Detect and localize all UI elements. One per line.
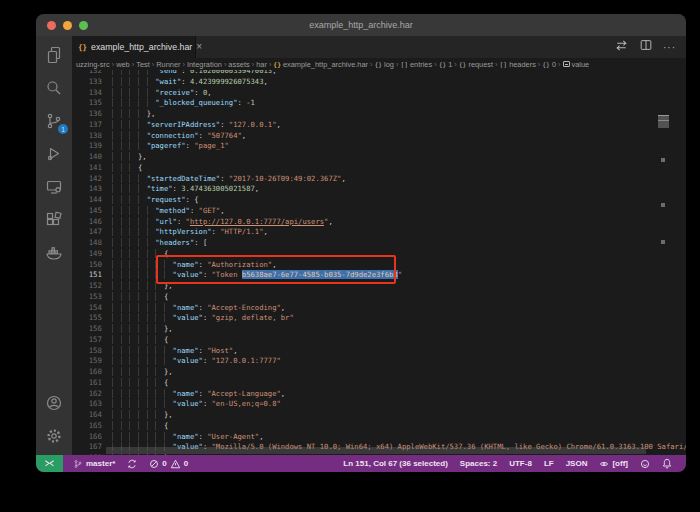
code-line[interactable]: 142 "startedDateTime": "2017-10-26T09:49… <box>72 174 686 185</box>
breadcrumb-item[interactable]: {}0 <box>542 60 556 69</box>
code-line[interactable]: 148 "headers": [ <box>72 238 686 249</box>
breadcrumb-item[interactable]: {}example_http_archive.har <box>273 60 368 69</box>
object-symbol-icon: {} <box>439 61 447 68</box>
breadcrumb-item[interactable]: {}request <box>459 60 493 69</box>
more-actions-icon[interactable]: ··· <box>663 42 676 53</box>
code-line[interactable]: 137 "serverIPAddress": "127.0.0.1", <box>72 120 686 131</box>
feedback-icon[interactable] <box>640 459 650 469</box>
breadcrumb-item[interactable]: []headers <box>500 60 536 69</box>
problems-status[interactable]: 0 0 <box>149 459 188 469</box>
split-editor-icon[interactable] <box>639 38 653 56</box>
breadcrumb-label: uzzing-src <box>76 60 110 69</box>
code-line[interactable]: 143 "time": 3.474363005021587, <box>72 184 686 195</box>
run-debug-icon[interactable] <box>43 143 65 165</box>
url-link[interactable]: http://127.0.0.1:7777/api/users <box>190 217 324 226</box>
title-bar[interactable]: example_http_archive.har <box>36 14 686 36</box>
breadcrumb-label: har <box>256 60 267 69</box>
traffic-lights <box>36 21 88 30</box>
breadcrumb-item[interactable]: assets <box>228 60 249 69</box>
breadcrumb-item[interactable]: Runner <box>156 60 180 69</box>
indentation-status[interactable]: Spaces: 2 <box>460 459 497 468</box>
extensions-icon[interactable] <box>43 209 65 231</box>
line-content: "pageref": "page_1" <box>112 141 229 152</box>
code-line[interactable]: 140 }, <box>72 152 686 163</box>
remote-indicator[interactable] <box>36 455 63 472</box>
git-branch-icon <box>73 459 83 469</box>
code-line[interactable]: 155 "value": "gzip, deflate, br" <box>72 313 686 324</box>
encoding-status[interactable]: UTF-8 <box>509 459 532 468</box>
code-line[interactable]: 147 "httpVersion": "HTTP/1.1", <box>72 227 686 238</box>
array-symbol-icon: [] <box>400 61 408 68</box>
code-line[interactable]: 161 { <box>72 378 686 389</box>
explorer-icon[interactable] <box>43 44 65 66</box>
vertical-scrollbar-thumb[interactable] <box>658 115 669 128</box>
code-line[interactable]: 145 "method": "GET", <box>72 206 686 217</box>
breadcrumb-item[interactable]: uzzing-src <box>76 60 110 69</box>
code-line[interactable]: 153 { <box>72 292 686 303</box>
code-line[interactable]: 156 }, <box>72 324 686 335</box>
line-content: "receive": 0, <box>112 88 212 99</box>
code-line[interactable]: 138 "connection": "507764", <box>72 131 686 142</box>
tab-close-icon[interactable]: × <box>196 42 202 52</box>
line-number: 133 <box>72 77 106 88</box>
code-line[interactable]: 144 "request": { <box>72 195 686 206</box>
breadcrumb-item[interactable]: web <box>116 60 130 69</box>
code-line[interactable]: 158 "name": "Host", <box>72 346 686 357</box>
account-icon[interactable] <box>43 392 65 414</box>
remote-explorer-icon[interactable] <box>43 176 65 198</box>
code-line[interactable]: 146 "url": "http://127.0.0.1:7777/api/us… <box>72 217 686 228</box>
code-line[interactable]: 135 "_blocked_queueing": -1 <box>72 98 686 109</box>
tab-example-http-archive[interactable]: {} example_http_archive.har × <box>72 36 196 58</box>
code-line[interactable]: 154 "name": "Accept-Encoding", <box>72 303 686 314</box>
code-line[interactable]: 133 "wait": 4.423999926075343, <box>72 77 686 88</box>
line-number: 165 <box>72 421 106 432</box>
screencast-status[interactable]: [off] <box>599 459 628 469</box>
breadcrumb-item[interactable]: Integration <box>187 60 222 69</box>
breadcrumb-item[interactable]: {}1 <box>439 60 453 69</box>
settings-gear-icon[interactable] <box>43 425 65 447</box>
notifications-bell-icon[interactable] <box>662 458 672 469</box>
docker-icon[interactable] <box>43 242 65 264</box>
eol-status[interactable]: LF <box>544 459 554 468</box>
code-line[interactable]: 162 "name": "Accept-Language", <box>72 389 686 400</box>
close-window-button[interactable] <box>47 21 56 30</box>
open-changes-icon[interactable] <box>614 38 629 57</box>
editor-viewport[interactable]: 132 "send": 0.10200000359470013,133 "wai… <box>72 70 686 455</box>
object-symbol-icon: {} <box>374 61 382 68</box>
object-symbol-icon: {} <box>542 61 550 68</box>
breadcrumb-item[interactable]: value <box>563 60 590 69</box>
breadcrumb-label: Runner <box>156 60 180 69</box>
sync-status[interactable] <box>127 459 137 469</box>
object-symbol-icon: {} <box>459 61 467 68</box>
code-line[interactable]: 165 { <box>72 421 686 432</box>
code-line[interactable]: 139 "pageref": "page_1" <box>72 141 686 152</box>
code-line[interactable]: 136 }, <box>72 109 686 120</box>
search-icon[interactable] <box>43 77 65 99</box>
code-line[interactable]: 163 "value": "en-US,en;q=0.8" <box>72 399 686 410</box>
vscode-window: example_http_archive.har 1 <box>36 14 686 472</box>
code-line[interactable]: 157 { <box>72 335 686 346</box>
code-line[interactable]: 134 "receive": 0, <box>72 88 686 99</box>
breadcrumb-item[interactable]: []entries <box>400 60 432 69</box>
code-line[interactable]: 166 "name": "User-Agent", <box>72 432 686 443</box>
breadcrumb-item[interactable]: har <box>256 60 267 69</box>
line-number: 135 <box>72 98 106 109</box>
line-number: 148 <box>72 238 106 249</box>
language-mode-status[interactable]: JSON <box>566 459 588 468</box>
minimize-window-button[interactable] <box>63 21 72 30</box>
breadcrumb-item[interactable]: {}log <box>374 60 393 69</box>
line-content: "startedDateTime": "2017-10-26T09:49:02.… <box>112 174 346 185</box>
git-branch-status[interactable]: master* <box>73 459 115 469</box>
code-line[interactable]: 164 }, <box>72 410 686 421</box>
zoom-window-button[interactable] <box>79 21 88 30</box>
code-line[interactable]: 160 }, <box>72 367 686 378</box>
code-line[interactable]: 132 "send": 0.10200000359470013, <box>72 70 686 77</box>
breadcrumb-label: assets <box>228 60 249 69</box>
breadcrumb-separator: › <box>538 60 540 69</box>
horizontal-scrollbar-thumb[interactable] <box>106 447 646 454</box>
source-control-icon[interactable]: 1 <box>43 110 65 132</box>
code-line[interactable]: 159 "value": "127.0.0.1:7777" <box>72 356 686 367</box>
breadcrumb-item[interactable]: Test <box>136 60 150 69</box>
code-line[interactable]: 141 { <box>72 163 686 174</box>
cursor-position-status[interactable]: Ln 151, Col 67 (36 selected) <box>343 459 448 468</box>
